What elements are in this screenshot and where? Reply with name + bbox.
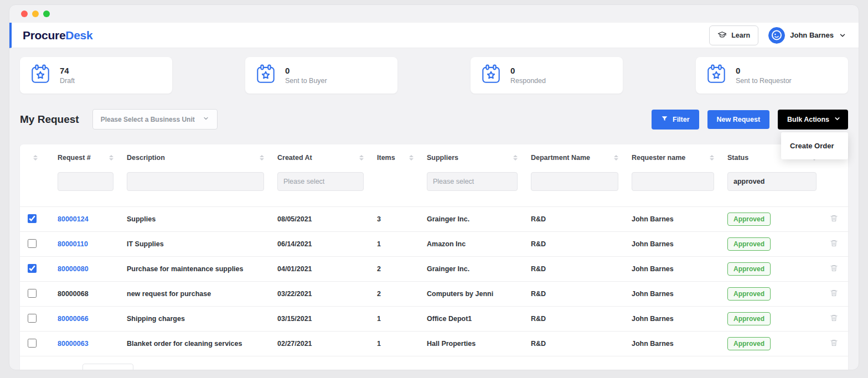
- page-title: My Request: [20, 113, 79, 126]
- window-zoom-button[interactable]: [43, 11, 50, 17]
- column-header-suppliers[interactable]: Suppliers: [420, 144, 524, 171]
- chevron-down-icon: [839, 32, 846, 39]
- request-number-link[interactable]: 80000063: [58, 340, 89, 348]
- row-select-checkbox[interactable]: [28, 289, 37, 298]
- row-select-checkbox[interactable]: [28, 264, 37, 273]
- request-number-link[interactable]: 80000124: [58, 215, 89, 223]
- request-number-link[interactable]: 80000066: [58, 315, 89, 323]
- table-row: 80000063 Blanket order for cleaning serv…: [20, 332, 849, 356]
- table-row: 80000066 Shipping charges 03/15/2021 1 O…: [20, 307, 849, 332]
- sort-arrows-icon: [33, 155, 38, 160]
- description-cell: Shipping charges: [120, 307, 271, 332]
- app-header: ProcureDesk Learn John Barnes: [9, 23, 859, 48]
- pagination-last[interactable]: Last: [824, 369, 837, 370]
- description-cell: IT Supplies: [120, 232, 271, 257]
- description-cell: new request for purchase: [120, 282, 271, 307]
- new-request-button[interactable]: New Request: [707, 110, 770, 129]
- filter-request-input[interactable]: [58, 172, 113, 191]
- logo-text-primary: Procure: [23, 29, 65, 42]
- supplier-cell: Computers by Jenni: [420, 282, 524, 307]
- user-menu[interactable]: John Barnes: [768, 27, 846, 44]
- page-content: 74 Draft 0 Sent to Buyer 0 Responded: [9, 57, 859, 370]
- column-header-requester[interactable]: Requester name: [625, 144, 721, 171]
- row-select-checkbox[interactable]: [28, 339, 37, 348]
- column-header-items[interactable]: Items: [370, 144, 420, 171]
- status-badge: Approved: [727, 237, 771, 251]
- trash-icon[interactable]: [830, 214, 838, 222]
- learn-button-label: Learn: [731, 32, 750, 39]
- column-header-description[interactable]: Description: [120, 144, 271, 171]
- table-row: 80000124 Supplies 08/05/2021 3 Grainger …: [20, 207, 849, 232]
- items-cell: 1: [370, 332, 420, 356]
- status-badge: Approved: [727, 287, 771, 301]
- column-header-label: Status: [727, 154, 748, 162]
- column-header-select[interactable]: [20, 144, 51, 171]
- trash-icon[interactable]: [830, 339, 838, 347]
- sort-arrows-icon: [109, 155, 113, 160]
- trash-icon[interactable]: [830, 289, 838, 297]
- stat-value: 0: [510, 66, 546, 75]
- stat-card-sent-to-buyer: 0 Sent to Buyer: [245, 57, 397, 94]
- column-header-label: Request #: [58, 154, 91, 162]
- graduation-cap-icon: [717, 30, 727, 41]
- supplier-cell: Office Depot1: [420, 307, 524, 332]
- description-cell: Purchase for maintenance supplies: [120, 257, 271, 282]
- learn-button[interactable]: Learn: [709, 25, 758, 45]
- pagination-first[interactable]: First: [717, 369, 730, 370]
- sort-arrows-icon: [710, 155, 714, 160]
- items-cell: 2: [370, 282, 420, 307]
- request-number-link[interactable]: 80000110: [58, 240, 88, 248]
- requester-cell: John Barnes: [625, 207, 721, 232]
- created-at-cell: 03/22/2021: [271, 282, 370, 307]
- stat-card-sent-to-requestor: 0 Sent to Requestor: [696, 57, 848, 94]
- trash-icon[interactable]: [830, 314, 838, 322]
- chevron-down-icon: [203, 115, 209, 123]
- column-header-department[interactable]: Department Name: [524, 144, 625, 171]
- request-number-link[interactable]: 80000080: [58, 265, 89, 273]
- trash-icon[interactable]: [830, 264, 838, 272]
- pagination-page-1[interactable]: 1: [782, 369, 786, 370]
- filter-department-input[interactable]: [531, 172, 618, 191]
- department-cell: R&D: [524, 332, 625, 356]
- request-number-link[interactable]: 80000068: [58, 290, 89, 298]
- stat-card-draft: 74 Draft: [20, 57, 172, 94]
- stat-value: 74: [60, 66, 75, 75]
- column-header-created-at[interactable]: Created At: [271, 144, 370, 171]
- filter-button[interactable]: Filter: [652, 110, 699, 130]
- stat-label: Sent to Requestor: [736, 77, 792, 85]
- row-select-checkbox[interactable]: [28, 239, 37, 248]
- filter-status-input[interactable]: [727, 172, 817, 191]
- filter-suppliers-input[interactable]: [427, 172, 518, 191]
- show-entries-input[interactable]: [82, 364, 133, 370]
- window-close-button[interactable]: [21, 11, 28, 17]
- department-cell: R&D: [524, 232, 625, 257]
- bulk-actions-button[interactable]: Bulk Actions: [778, 110, 848, 130]
- business-unit-select-label: Please Select a Business Unit: [101, 116, 195, 123]
- toolbar-actions: Filter New Request Bulk Actions Create O…: [652, 110, 848, 130]
- trash-icon[interactable]: [830, 239, 838, 247]
- column-header-request[interactable]: Request #: [51, 144, 120, 171]
- menu-item-create-order[interactable]: Create Order: [781, 137, 848, 154]
- filter-requester-input[interactable]: [632, 172, 714, 191]
- supplier-cell: Amazon Inc: [420, 232, 524, 257]
- pagination-next[interactable]: Next: [798, 369, 812, 370]
- filter-created-at-input[interactable]: [277, 172, 364, 191]
- row-select-checkbox[interactable]: [28, 214, 37, 223]
- window-minimize-button[interactable]: [32, 11, 39, 17]
- supplier-cell: Hall Properties: [420, 332, 524, 356]
- status-badge: Approved: [727, 312, 771, 325]
- items-cell: 2: [370, 257, 420, 282]
- table-header-row: Request # Description Created At Items S…: [20, 144, 849, 171]
- business-unit-select[interactable]: Please Select a Business Unit: [92, 109, 218, 130]
- pagination: First Previous 1 Next Last: [717, 369, 837, 370]
- pagination-previous[interactable]: Previous: [742, 369, 769, 370]
- table-filter-row: [20, 171, 849, 207]
- row-select-checkbox[interactable]: [28, 314, 37, 323]
- created-at-cell: 04/01/2021: [271, 257, 370, 282]
- sort-arrows-icon: [409, 155, 414, 160]
- new-request-button-label: New Request: [717, 116, 761, 123]
- filter-description-input[interactable]: [127, 172, 264, 191]
- funnel-icon: [661, 115, 668, 124]
- entries-summary: Showing 1 to 6 of 6 entries (filtered fr…: [148, 369, 337, 370]
- column-header-label: Items: [377, 154, 395, 162]
